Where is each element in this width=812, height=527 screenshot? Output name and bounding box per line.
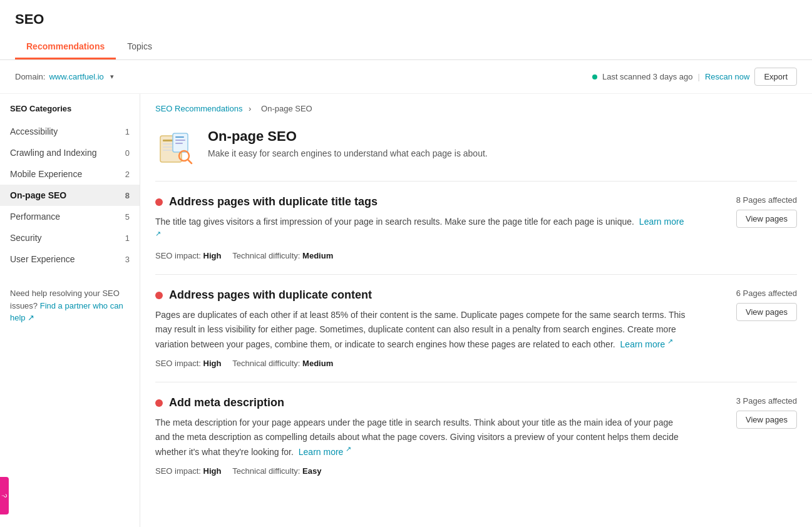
sidebar-item-accessibility[interactable]: Accessibility 1 [0, 121, 140, 142]
sidebar-item-count: 1 [125, 233, 130, 243]
external-icon: ↗ [346, 445, 351, 453]
sidebar-item-count: 3 [125, 255, 130, 264]
sidebar-item-count: 5 [125, 212, 130, 222]
external-icon: ↗ [667, 337, 673, 345]
view-pages-button-0[interactable]: View pages [736, 210, 797, 228]
rec-meta: SEO impact: High Technical difficulty: M… [155, 359, 687, 368]
rec-meta: SEO impact: High Technical difficulty: E… [155, 466, 687, 476]
page-header: On-page SEO Make it easy for search engi… [140, 121, 812, 181]
sidebar: SEO Categories Accessibility 1 Crawling … [0, 94, 140, 527]
sidebar-item-label: Crawling and Indexing [10, 148, 97, 158]
content-area: SEO Recommendations › On-page SEO [140, 94, 812, 527]
sidebar-item-label: On-page SEO [10, 190, 66, 200]
last-scanned-text: Last scanned 3 days ago [602, 72, 693, 81]
pages-affected: 6 Pages affected [736, 289, 797, 298]
sidebar-item-security[interactable]: Security 1 [0, 227, 140, 248]
external-icon: ↗ [155, 230, 161, 237]
domain-bar: Domain: www.cartfuel.io ▾ Last scanned 3… [0, 60, 812, 94]
svg-line-10 [188, 160, 192, 163]
rec-item-right: 6 Pages affected View pages [697, 289, 797, 368]
priority-dot [155, 292, 163, 299]
sidebar-item-label: Performance [10, 212, 60, 222]
export-button[interactable]: Export [754, 68, 797, 86]
sidebar-item-label: Mobile Experience [10, 169, 82, 179]
rec-item-right: 3 Pages affected View pages [697, 396, 797, 476]
page-header-title: On-page SEO [208, 128, 488, 145]
learn-more-link-2[interactable]: Learn more ↗ [299, 447, 351, 457]
on-page-seo-icon [155, 128, 195, 168]
help-widget[interactable]: ? [0, 477, 9, 514]
rec-title: Add meta description [169, 396, 284, 409]
rec-item-left: Add meta description The meta descriptio… [155, 396, 687, 476]
breadcrumb-current: On-page SEO [261, 104, 312, 113]
main-layout: SEO Categories Accessibility 1 Crawling … [0, 94, 812, 527]
divider: | [697, 72, 699, 81]
svg-rect-8 [175, 143, 183, 144]
priority-dot [155, 399, 163, 407]
breadcrumb: SEO Recommendations › On-page SEO [140, 94, 812, 121]
tab-recommendations[interactable]: Recommendations [15, 35, 116, 59]
scan-status-dot [592, 74, 597, 79]
rec-description: The title tag gives visitors a first imp… [155, 215, 687, 243]
sidebar-item-count: 8 [125, 191, 130, 200]
sidebar-item-count: 0 [125, 148, 130, 158]
page-header-description: Make it easy for search engines to under… [208, 148, 488, 158]
sidebar-item-on-page-seo[interactable]: On-page SEO 8 [0, 185, 140, 206]
rec-item-left: Address pages with duplicate content Pag… [155, 289, 687, 368]
sidebar-item-count: 1 [125, 127, 130, 136]
tabs: Recommendations Topics [15, 35, 797, 59]
rec-title-row: Address pages with duplicate content [155, 289, 687, 302]
breadcrumb-separator: › [249, 104, 251, 113]
priority-dot [155, 198, 163, 206]
rec-description: The meta description for your page appea… [155, 416, 687, 459]
svg-rect-7 [175, 140, 185, 141]
tab-topics[interactable]: Topics [116, 35, 163, 59]
recommendation-list: Address pages with duplicate title tags … [140, 181, 812, 489]
page-header-text: On-page SEO Make it easy for search engi… [208, 128, 488, 158]
rec-item-duplicate-content: Address pages with duplicate content Pag… [155, 274, 797, 382]
sidebar-item-mobile-experience[interactable]: Mobile Experience 2 [0, 163, 140, 185]
sidebar-heading: SEO Categories [0, 104, 140, 121]
sidebar-item-label: Accessibility [10, 126, 58, 136]
rec-title-row: Add meta description [155, 396, 687, 409]
rec-title: Address pages with duplicate title tags [169, 195, 378, 208]
breadcrumb-parent[interactable]: SEO Recommendations [155, 104, 242, 113]
rec-meta: SEO impact: High Technical difficulty: M… [155, 251, 687, 260]
pages-affected: 8 Pages affected [736, 195, 797, 205]
sidebar-item-label: User Experience [10, 254, 75, 264]
view-pages-button-2[interactable]: View pages [736, 411, 797, 429]
sidebar-item-crawling-indexing[interactable]: Crawling and Indexing 0 [0, 142, 140, 163]
sidebar-item-user-experience[interactable]: User Experience 3 [0, 248, 140, 270]
domain-chevron-icon[interactable]: ▾ [110, 73, 114, 81]
rec-item-right: 8 Pages affected View pages [697, 195, 797, 260]
help-widget-label: ? [1, 494, 8, 498]
sidebar-item-label: Security [10, 233, 42, 243]
rec-title-row: Address pages with duplicate title tags [155, 195, 687, 208]
sidebar-item-count: 2 [125, 170, 130, 179]
domain-link[interactable]: www.cartfuel.io [49, 72, 103, 81]
rec-description: Pages are duplicates of each other if at… [155, 308, 687, 351]
pages-affected: 3 Pages affected [736, 396, 797, 406]
rec-item-left: Address pages with duplicate title tags … [155, 195, 687, 260]
scan-info: Last scanned 3 days ago | Rescan now Exp… [592, 68, 797, 86]
external-link-icon: ↗ [28, 313, 34, 322]
learn-more-link-1[interactable]: Learn more ↗ [620, 339, 673, 349]
domain-label: Domain: [15, 72, 45, 81]
view-pages-button-1[interactable]: View pages [736, 303, 797, 321]
sidebar-item-performance[interactable]: Performance 5 [0, 206, 140, 227]
rec-item-meta-description: Add meta description The meta descriptio… [155, 382, 797, 489]
rec-item-duplicate-title: Address pages with duplicate title tags … [155, 181, 797, 274]
rec-title: Address pages with duplicate content [169, 289, 372, 302]
rescan-button[interactable]: Rescan now [705, 72, 750, 81]
top-bar: SEO Recommendations Topics [0, 0, 812, 60]
sidebar-help: Need help resolving your SEO issues? Fin… [0, 275, 140, 337]
page-title: SEO [15, 11, 797, 28]
svg-rect-6 [175, 136, 184, 138]
